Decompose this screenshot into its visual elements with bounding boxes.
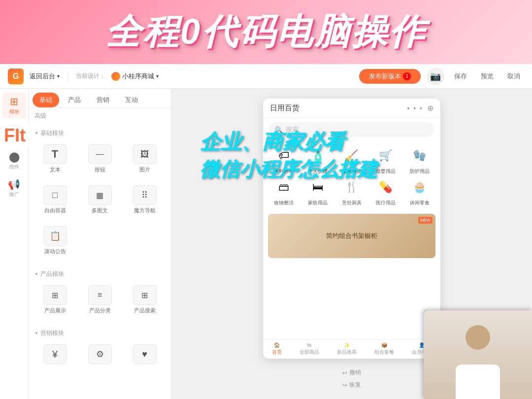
category-label: 休闲零食 — [410, 200, 430, 206]
product-category-icon: ≡ — [88, 285, 112, 305]
basic-modules-title: 基础模块 — [29, 124, 171, 140]
module-label: 产品分类 — [89, 307, 111, 314]
chevron-down-icon: ▾ — [57, 73, 60, 79]
module-settings[interactable]: ⚙ — [79, 340, 120, 370]
favorite-icon: ♥ — [133, 344, 157, 364]
app-name-selector[interactable]: 小桂序商城 ▾ — [111, 72, 159, 81]
module-label: 自由容器 — [44, 207, 66, 214]
app-icon — [111, 72, 120, 81]
module-scroll-notice[interactable]: 📋 滚动公告 — [34, 222, 75, 259]
nav-all-products[interactable]: 🛍 全部商品 — [299, 342, 319, 356]
cancel-button[interactable]: 取消 — [503, 70, 524, 83]
sidebar-item-modules[interactable]: ⊞ 模块 — [2, 93, 26, 118]
module-free-container[interactable]: □ 自由容器 — [34, 181, 75, 218]
module-coupon[interactable]: ¥ — [34, 340, 75, 370]
panel-tabs: 基础 产品 营销 互动 — [29, 89, 171, 108]
top-banner: 全程0代码电脑操作 — [0, 0, 532, 64]
miniapp-close: ⊕ — [427, 103, 433, 113]
category-item[interactable]: 🧁 休闲零食 — [403, 176, 435, 206]
module-label: 产品搜索 — [134, 307, 156, 314]
module-button[interactable]: — 按钮 — [79, 140, 120, 177]
fit-label: FIt — [0, 123, 30, 148]
module-label: 文本 — [50, 166, 61, 173]
left-panel: 基础 产品 营销 互动 高级 基础模块 T 文本 — 按钮 🖼 图片 — [29, 89, 171, 399]
sidebar-item-label: 控件 — [9, 164, 19, 170]
save-button[interactable]: 保存 — [450, 70, 471, 83]
products-icon: 🛍 — [307, 342, 312, 348]
category-item[interactable]: 🧤 防护用品 — [403, 145, 435, 174]
publish-button[interactable]: 发布新版本 1 — [359, 69, 421, 84]
main-layout: ⊞ 模块 ☰ 页面 ⬤ 控件 📢 推广 基础 产品 营销 互动 — [0, 89, 532, 399]
scroll-notice-icon: 📋 — [43, 226, 67, 246]
product-badge: NEW — [418, 217, 432, 224]
nav-new[interactable]: ✨ 新品推荐 — [337, 342, 357, 356]
product-display-icon: ⊞ — [43, 285, 67, 305]
undo-icon: ↩ — [342, 369, 347, 376]
sidebar-item-label: 推广 — [9, 191, 19, 198]
design-label: 当前设计： — [76, 72, 105, 80]
product-modules-grid: ⊞ 产品展示 ≡ 产品分类 ⊞ 产品搜索 — [29, 281, 171, 324]
divider — [67, 71, 68, 81]
module-image[interactable]: 🖼 图片 — [124, 140, 165, 177]
undo-button[interactable]: ↩ 撤销 — [342, 368, 361, 377]
category-label: 烹饪厨具 — [342, 200, 362, 206]
module-text[interactable]: T 文本 — [34, 140, 75, 177]
image-icon: 🖼 — [133, 144, 157, 164]
category-label: 防护用品 — [410, 168, 430, 174]
free-container-icon: □ — [43, 185, 67, 205]
tab-interactive[interactable]: 互动 — [118, 93, 145, 107]
product-banner-text: 简约组合书架橱柜 — [326, 232, 377, 240]
module-product-search[interactable]: ⊞ 产品搜索 — [124, 281, 165, 318]
module-product-display[interactable]: ⊞ 产品展示 — [34, 281, 75, 318]
marketing-modules-grid: ¥ ⚙ ♥ — [29, 340, 171, 376]
sidebar-item-label: 模块 — [9, 108, 19, 115]
basic-modules-grid: T 文本 — 按钮 🖼 图片 □ 自由容器 ▦ 多图文 — [29, 140, 171, 265]
multi-image-icon: ▦ — [88, 185, 112, 205]
controls-icon: ⬤ — [9, 151, 20, 163]
promote-icon: 📢 — [8, 178, 20, 190]
module-label: 魔方导航 — [134, 207, 156, 214]
miniapp-title: 日用百货 — [270, 103, 299, 113]
video-overlay — [424, 310, 532, 399]
module-multi-image[interactable]: ▦ 多图文 — [79, 181, 120, 218]
right-panel: ↩ 撤销 ↪ 恢复 — [330, 359, 374, 389]
category-icon: 🧁 — [409, 176, 431, 198]
category-label: 母婴用品 — [376, 168, 396, 174]
overlay-text: 企业、商家必看 微信小程序怎么搭建 — [200, 128, 377, 183]
nav-home[interactable]: 🏠 首页 — [272, 342, 282, 356]
combo-icon: 📦 — [381, 342, 387, 348]
video-person — [424, 310, 532, 399]
module-label: 多图文 — [92, 207, 108, 214]
tab-product[interactable]: 产品 — [61, 93, 88, 107]
advanced-link[interactable]: 高级 — [29, 108, 171, 124]
person-head — [466, 325, 490, 350]
marketing-modules-title: 营销模块 — [29, 324, 171, 340]
modules-icon: ⊞ — [10, 96, 18, 107]
publish-badge: 1 — [403, 72, 411, 80]
preview-button[interactable]: 预览 — [477, 70, 498, 83]
button-icon: — — [88, 144, 112, 164]
miniapp-dots: • • • — [407, 104, 423, 112]
canvas-area: 日用百货 • • • ⊕ 🔍 搜索 🏷 限时秒杀 — [171, 89, 532, 399]
module-magic-nav[interactable]: ⠿ 魔方导航 — [124, 181, 165, 218]
sidebar-item-controls[interactable]: ⬤ 控件 — [2, 148, 26, 173]
category-icon: 🧤 — [409, 145, 431, 166]
tab-marketing[interactable]: 营销 — [90, 93, 116, 107]
settings-icon: ⚙ — [88, 344, 112, 364]
redo-button[interactable]: ↪ 恢复 — [342, 381, 361, 389]
banner-title: 全程0代码电脑操作 — [105, 8, 427, 56]
back-button[interactable]: 返回后台 ▾ — [30, 72, 60, 81]
module-favorite[interactable]: ♥ — [124, 340, 165, 370]
nav-combo[interactable]: 📦 组合套餐 — [374, 342, 394, 356]
module-product-category[interactable]: ≡ 产品分类 — [79, 281, 120, 318]
tab-basic[interactable]: 基础 — [33, 93, 59, 107]
module-label: 按钮 — [95, 166, 105, 173]
category-icon: 🛒 — [375, 145, 397, 166]
sidebar-item-promote[interactable]: 📢 推广 — [2, 175, 26, 201]
overlay-line1: 企业、商家必看 — [200, 128, 377, 156]
category-label: 收纳整洁 — [274, 200, 294, 206]
editor-container: G 返回后台 ▾ 当前设计： 小桂序商城 ▾ 发布新版本 1 📷 保存 预览 取… — [0, 64, 532, 399]
camera-icon: 📷 — [427, 67, 444, 85]
logo-icon: G — [8, 68, 24, 84]
overlay-line2: 微信小程序怎么搭建 — [200, 156, 377, 183]
